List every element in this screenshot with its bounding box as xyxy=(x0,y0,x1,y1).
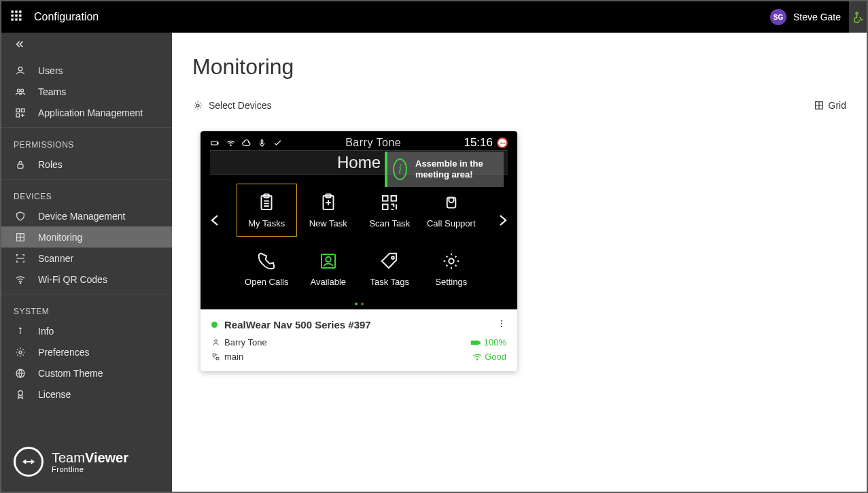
svg-rect-34 xyxy=(392,196,397,201)
svg-rect-47 xyxy=(479,341,480,344)
shield-icon xyxy=(14,211,27,222)
battery-icon xyxy=(210,138,220,148)
svg-point-20 xyxy=(19,351,22,354)
svg-rect-0 xyxy=(12,11,14,13)
svg-rect-35 xyxy=(383,204,388,209)
device-tile-label: Open Calls xyxy=(245,277,288,287)
device-toast-message: Assemble in the meeting area! xyxy=(415,158,493,180)
user-icon xyxy=(211,338,220,347)
select-devices-button[interactable]: Select Devices xyxy=(192,100,272,111)
page-dots xyxy=(201,303,517,305)
device-screen-preview: Barry Tone 15:16 Home i Assemble in the … xyxy=(201,131,517,309)
svg-rect-2 xyxy=(19,11,21,13)
check-icon xyxy=(273,138,283,148)
sidebar-item-label: Preferences xyxy=(38,347,89,358)
battery-label: 100% xyxy=(484,337,506,347)
wifi-icon xyxy=(14,274,27,285)
avatar[interactable]: SG xyxy=(770,9,786,25)
grid-view-label: Grid xyxy=(829,100,846,111)
card-menu-button[interactable] xyxy=(497,319,506,330)
device-user-label: Barry Tone xyxy=(283,137,464,149)
sidebar-item-custom-theme[interactable]: Custom Theme xyxy=(1,362,172,384)
svg-rect-6 xyxy=(12,18,14,20)
brand-name-1: Team xyxy=(52,450,85,465)
page-title: Monitoring xyxy=(192,54,846,80)
sidebar-item-app-management[interactable]: Application Management xyxy=(1,102,172,123)
svg-point-44 xyxy=(501,326,502,327)
svg-rect-48 xyxy=(213,354,215,356)
svg-point-43 xyxy=(501,323,502,324)
grid-view-button[interactable]: Grid xyxy=(814,100,846,111)
qr-icon xyxy=(379,192,400,213)
sidebar-item-monitoring[interactable]: Monitoring xyxy=(1,226,172,248)
device-tile-label: Scan Task xyxy=(369,218,410,228)
device-tile-label: Available xyxy=(310,277,346,287)
svg-point-41 xyxy=(449,258,454,264)
svg-point-27 xyxy=(230,145,231,146)
sidebar-item-scanner[interactable]: Scanner xyxy=(1,248,172,269)
device-tile-available[interactable]: Available xyxy=(298,241,360,296)
sidebar-item-users[interactable]: Users xyxy=(1,60,172,81)
device-tile-call-support[interactable]: Call Support xyxy=(421,183,483,237)
svg-point-9 xyxy=(856,12,858,14)
cloud-icon xyxy=(241,138,251,148)
svg-rect-49 xyxy=(217,358,219,360)
tag-icon xyxy=(379,251,400,271)
svg-rect-26 xyxy=(218,142,218,144)
sidebar-item-roles[interactable]: Roles xyxy=(1,154,172,175)
device-tile-new-task[interactable]: New Task xyxy=(298,183,360,237)
device-tile-my-tasks[interactable]: My Tasks xyxy=(236,183,298,237)
main-content: Monitoring Select Devices Grid xyxy=(172,33,867,492)
device-tile-open-calls[interactable]: Open Calls xyxy=(236,241,298,296)
signal-label: Good xyxy=(485,352,506,362)
sidebar-item-label: Device Management xyxy=(38,211,125,222)
svg-point-42 xyxy=(501,320,502,322)
sidebar-item-label: Custom Theme xyxy=(38,368,103,379)
grid-icon xyxy=(814,100,824,111)
device-card: Barry Tone 15:16 Home i Assemble in the … xyxy=(201,131,517,371)
sidebar-item-preferences[interactable]: Preferences xyxy=(1,341,172,362)
device-tile-label: New Task xyxy=(309,218,347,228)
device-tile-task-tags[interactable]: Task Tags xyxy=(359,241,421,296)
sidebar-heading-devices: DEVICES xyxy=(1,184,172,205)
user-box-icon xyxy=(318,251,338,271)
globe-icon xyxy=(14,368,27,379)
sidebar-item-info[interactable]: Info xyxy=(1,320,172,341)
headset-icon xyxy=(441,192,462,213)
accessibility-icon[interactable] xyxy=(849,1,867,33)
clipboard-list-icon xyxy=(256,192,277,213)
select-devices-label: Select Devices xyxy=(209,100,272,111)
wifi-signal-icon xyxy=(472,353,482,361)
apps-launcher-icon[interactable] xyxy=(10,9,23,25)
svg-rect-1 xyxy=(15,11,17,13)
sidebar-item-wifi-qr[interactable]: Wi-Fi QR Codes xyxy=(1,269,172,290)
sidebar-item-teams[interactable]: Teams xyxy=(1,81,172,102)
svg-rect-15 xyxy=(16,114,20,117)
svg-point-39 xyxy=(326,256,331,262)
sidebar-collapse-button[interactable] xyxy=(1,33,172,56)
brand-name-sub: Frontline xyxy=(52,466,128,473)
device-toast-notification: i Assemble in the meeting area! xyxy=(385,152,504,187)
sidebar-item-device-management[interactable]: Device Management xyxy=(1,205,172,226)
user-icon xyxy=(14,65,27,76)
svg-point-40 xyxy=(392,256,394,259)
device-time: 15:16 xyxy=(464,136,493,150)
sidebar-item-label: Users xyxy=(38,65,63,76)
sidebar-item-label: Scanner xyxy=(38,253,73,264)
phone-icon xyxy=(256,251,277,271)
lock-icon xyxy=(14,159,27,170)
device-tile-label: My Tasks xyxy=(248,218,285,228)
device-tile-label: Task Tags xyxy=(370,277,409,287)
sidebar-item-license[interactable]: License xyxy=(1,384,172,405)
svg-rect-13 xyxy=(16,109,20,112)
svg-point-18 xyxy=(20,282,20,283)
grid-icon xyxy=(14,232,27,243)
apps-add-icon xyxy=(14,107,27,118)
topbar-username[interactable]: Steve Gate xyxy=(793,12,841,22)
device-tile-settings[interactable]: Settings xyxy=(421,241,483,296)
svg-point-11 xyxy=(17,89,20,92)
gear-icon xyxy=(14,347,27,358)
svg-rect-25 xyxy=(211,141,218,145)
svg-point-45 xyxy=(215,339,218,342)
device-tile-scan-task[interactable]: Scan Task xyxy=(359,183,421,237)
